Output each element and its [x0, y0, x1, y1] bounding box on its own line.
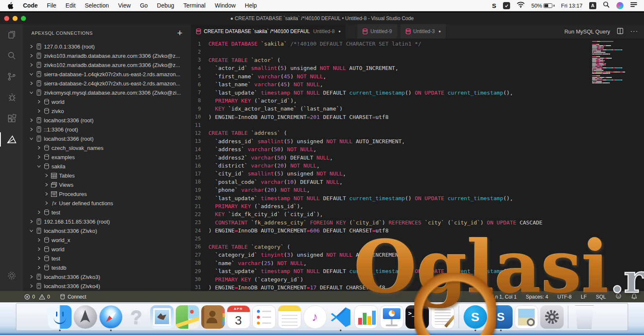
tree-item[interactable]: world_x [23, 235, 191, 245]
status-eol[interactable]: LF [581, 294, 587, 300]
tree-item[interactable]: sakila [23, 162, 191, 171]
extensions-icon[interactable] [0, 108, 23, 129]
chevron-right-icon[interactable] [28, 63, 35, 67]
dock-item-numbers[interactable] [354, 305, 378, 329]
minimap[interactable] [592, 41, 638, 89]
dock-item-trash[interactable] [573, 305, 596, 329]
chevron-down-icon[interactable] [28, 72, 35, 76]
tree-item[interactable]: test [23, 254, 191, 263]
chevron-right-icon[interactable] [28, 54, 35, 58]
editor-tab[interactable]: CREATE DATABASE `sakila` /*!40100 DEFAUL… [191, 24, 346, 39]
tree-item[interactable]: zivko102.mariadb.database.azure.com:3306… [23, 60, 191, 70]
wifi-icon[interactable] [517, 1, 525, 10]
tree-item[interactable]: sierra-database-1.c4qkzk07r2xh.us-east-2… [23, 70, 191, 79]
modified-dot-icon[interactable]: ● [439, 29, 441, 34]
chevron-down-icon[interactable] [28, 90, 35, 95]
settings-gear-icon[interactable] [0, 265, 23, 286]
more-actions-icon[interactable]: ··· [630, 28, 638, 35]
problems-indicator[interactable]: 0 0 [24, 294, 50, 300]
code-editor[interactable]: 1CREATE DATABASE `sakila` /*!40100 DEFAU… [191, 39, 644, 291]
dock-item-mail[interactable] [150, 305, 174, 329]
chevron-right-icon[interactable] [43, 201, 50, 205]
dock-item-safari[interactable] [99, 305, 123, 329]
tree-item[interactable]: ::1:3306 (root) [23, 125, 191, 134]
status-indentation[interactable]: Spaces: 4 [526, 294, 548, 300]
chevron-down-icon[interactable] [28, 229, 35, 233]
dock-item-finder[interactable] [48, 305, 72, 329]
menu-go[interactable]: Go [135, 2, 152, 9]
close-window-button[interactable] [4, 16, 9, 21]
dock-item-preview[interactable] [515, 305, 538, 329]
chevron-right-icon[interactable] [28, 118, 35, 122]
chevron-right-icon[interactable] [36, 155, 42, 159]
apple-menu-icon[interactable] [8, 2, 14, 9]
chevron-down-icon[interactable] [28, 137, 35, 141]
chevron-right-icon[interactable] [28, 44, 35, 49]
tree-item[interactable]: testdb [23, 263, 191, 272]
menu-view[interactable]: View [113, 2, 135, 9]
status-encoding[interactable]: UTF-8 [557, 294, 572, 300]
dock-item-notes[interactable] [278, 305, 301, 329]
chevron-right-icon[interactable] [36, 238, 42, 242]
run-mysql-query-button[interactable]: Run MySQL Query [564, 28, 610, 35]
chevron-right-icon[interactable] [28, 81, 35, 85]
menu-selection[interactable]: Selection [80, 2, 114, 9]
search-icon[interactable] [0, 45, 23, 66]
battery-indicator[interactable]: 50% [531, 3, 554, 9]
connect-button[interactable]: Connect [60, 294, 86, 300]
input-source-icon[interactable]: A [589, 2, 596, 9]
dock-item-itunes[interactable]: ♪ [303, 305, 327, 329]
tree-item[interactable]: 192.168.151.85:3306 (root) [23, 217, 191, 226]
tree-item[interactable]: examples [23, 152, 191, 162]
chevron-right-icon[interactable] [36, 256, 42, 260]
split-editor-icon[interactable] [617, 28, 623, 36]
chevron-right-icon[interactable] [28, 127, 35, 131]
tree-item[interactable]: zivko103.mariadb.database.azure.com:3306… [23, 51, 191, 60]
chevron-right-icon[interactable] [43, 183, 50, 187]
tree-item[interactable]: Procedures [23, 189, 191, 198]
editor-tab[interactable]: Untitled-9 [357, 24, 397, 39]
tree-item[interactable]: world [23, 245, 191, 254]
modified-dot-icon[interactable]: ● [339, 29, 341, 34]
tree-item[interactable]: localhost:3306 (Zivko3) [23, 272, 191, 281]
chevron-right-icon[interactable] [28, 275, 35, 279]
chevron-right-icon[interactable] [36, 146, 42, 150]
tree-item[interactable]: zivkomysql.mysql.database.azure.com:3306… [23, 88, 191, 97]
menu-help[interactable]: Help [240, 2, 262, 9]
feedback-icon[interactable] [615, 293, 622, 300]
dock-item-missing[interactable]: ? [125, 305, 148, 329]
dock-item-launchpad[interactable] [74, 305, 97, 329]
bell-icon[interactable] [631, 293, 637, 301]
chevron-right-icon[interactable] [28, 284, 35, 288]
status-language-mode[interactable]: SQL [596, 294, 606, 300]
menu-window[interactable]: Window [210, 2, 240, 9]
dock-item-skype[interactable]: S [464, 305, 487, 329]
dock-item-keynote[interactable] [380, 305, 403, 329]
status-cursor-position[interactable]: Ln 1, Col 1 [493, 294, 517, 300]
dock-item-snagit[interactable]: S [489, 305, 513, 329]
siri-icon[interactable] [616, 2, 623, 9]
check-badge-icon[interactable] [503, 2, 510, 9]
debug-icon[interactable] [0, 87, 23, 108]
chevron-right-icon[interactable] [43, 173, 50, 178]
chevron-right-icon[interactable] [36, 100, 42, 104]
tree-item[interactable]: Tables [23, 171, 191, 180]
chevron-right-icon[interactable] [36, 247, 42, 251]
chevron-down-icon[interactable] [36, 164, 42, 168]
tree-item[interactable]: localhost:3306 (root) [23, 116, 191, 125]
menu-clock[interactable]: Fri 13:17 [561, 3, 582, 9]
menu-terminal[interactable]: Terminal [179, 2, 210, 9]
tree-item[interactable]: world [23, 97, 191, 106]
chevron-right-icon[interactable] [28, 219, 35, 224]
menu-file[interactable]: File [42, 2, 61, 9]
tree-item[interactable]: localhost:3366 (root) [23, 134, 191, 143]
tree-item[interactable]: ƒxUser defined functions [23, 198, 191, 208]
tree-item[interactable]: localhost:3306 (Zivko4) [23, 281, 191, 291]
skype-menu-icon[interactable]: S [492, 2, 496, 9]
tree-item[interactable]: Views [23, 180, 191, 189]
dock-item-maps[interactable] [176, 305, 199, 329]
menu-code[interactable]: Code [18, 2, 42, 9]
chevron-right-icon[interactable] [36, 265, 42, 270]
dock-item-vscode[interactable] [329, 305, 352, 329]
menu-debug[interactable]: Debug [152, 2, 179, 9]
